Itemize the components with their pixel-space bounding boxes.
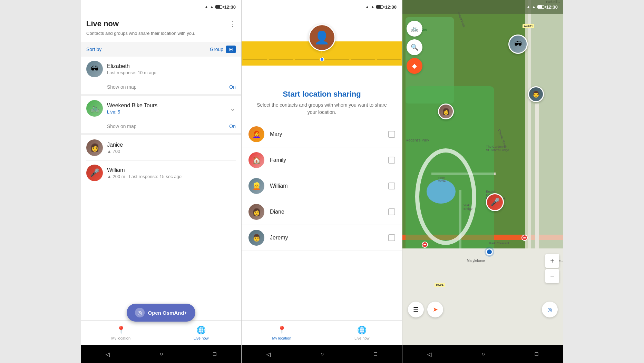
dash-right — [377, 59, 401, 60]
minus-icon: − — [550, 272, 554, 280]
recents-btn[interactable]: □ — [213, 351, 216, 357]
diamond-btn[interactable]: ◆ — [407, 58, 422, 74]
phone3-status-icons: ▲ ▲ — [526, 4, 544, 9]
wifi-icon3: ▲ — [526, 4, 530, 9]
recents-btn2[interactable]: □ — [374, 351, 377, 357]
group-icon-btn[interactable]: ⊞ — [226, 46, 236, 53]
on-label-bike[interactable]: On — [229, 124, 236, 129]
group-label[interactable]: Group — [210, 47, 223, 52]
battery-fill3 — [538, 6, 542, 8]
phone3: ▲ ▲ 12:30 — [402, 0, 563, 363]
osmand-button[interactable]: ◎ Open OsmAnd+ — [127, 304, 196, 322]
my-location-btn[interactable]: ◎ — [542, 302, 558, 317]
menu-icon: ☰ — [413, 306, 419, 313]
phone1: ▲ ▲ 12:30 Live now ⋮ Contacts and groups… — [81, 0, 242, 363]
osmand-icon: ◎ — [135, 308, 145, 317]
more-icon[interactable]: ⋮ — [229, 20, 236, 28]
show-on-map-label-elizabeth: Show on map — [107, 84, 137, 90]
map-avatar-person2: 👩 — [438, 104, 454, 119]
contact-status-william: ▲ 200 m · Last response: 15 sec ago — [107, 174, 236, 179]
compass-direction-btn[interactable]: ➤ — [427, 302, 443, 317]
nav2-item-my-location[interactable]: 📍 My location — [242, 326, 322, 340]
search-icon: 🔍 — [411, 43, 418, 51]
contact-status-janice: ▲ 700 — [107, 149, 236, 154]
contact-list-item-jeremy[interactable]: 👨 Jeremy — [242, 225, 402, 251]
wifi-icon: ▲ — [204, 4, 208, 9]
dash-left2 — [269, 59, 293, 60]
back-btn[interactable]: ◁ — [106, 351, 110, 357]
battery-fill — [216, 6, 220, 8]
map-container[interactable]: London Zoo Broad Walk Regent's Park The … — [402, 0, 563, 345]
phone1-title-row: Live now ⋮ — [86, 19, 236, 28]
phone1-header: Live now ⋮ Contacts and groups who share… — [81, 14, 241, 39]
home-btn3[interactable]: ○ — [481, 351, 485, 357]
contact-list-item-diane[interactable]: 👩 Diane — [242, 199, 402, 225]
phone3-status-bar: ▲ ▲ 12:30 — [402, 0, 563, 14]
map-label-regents: Regent's Park — [406, 138, 429, 142]
group-icon-inner: ⊞ — [229, 47, 233, 52]
map-avatar-person1: 🕶 — [508, 35, 528, 54]
home-btn2[interactable]: ○ — [321, 351, 324, 357]
recents-btn3[interactable]: □ — [535, 351, 538, 357]
avatar-diane: 👩 — [248, 204, 264, 220]
avatar-william: 🎤 — [86, 165, 103, 181]
checkbox-diane[interactable] — [388, 208, 395, 215]
nav-location-label: My location — [111, 336, 130, 340]
nav-item-live-now[interactable]: 🌐 Live now — [161, 326, 242, 340]
map-pin-william[interactable]: 🎤 — [486, 193, 504, 211]
osmand-btn-text: Open OsmAnd+ — [148, 310, 187, 316]
on-label-elizabeth[interactable]: On — [229, 84, 236, 90]
nav-live-icon: 🌐 — [196, 326, 206, 335]
group-name-bike-tours: Weekend Bike Tours — [107, 102, 230, 109]
contact-list-item-family[interactable]: 🏠 Family — [242, 147, 402, 173]
avatar-family: 🏠 — [248, 152, 264, 168]
contact-list-item-william2[interactable]: 👱 William — [242, 173, 402, 199]
contact-item-janice[interactable]: 👩 Janice ▲ 700 — [81, 135, 241, 160]
map-pin-person3[interactable]: 👨 — [528, 86, 544, 102]
search-btn[interactable]: 🔍 — [407, 39, 422, 55]
back-btn2[interactable]: ◁ — [266, 351, 271, 357]
map-controls-left: 🚲 🔍 ◆ — [407, 21, 422, 74]
map-zoom-controls: + − — [545, 254, 559, 283]
contact-list-item-mary[interactable]: 👩‍🦰 Mary — [242, 121, 402, 147]
contact-info-janice: Janice ▲ 700 — [107, 142, 236, 154]
nav2-item-live-now[interactable]: 🌐 Live now — [322, 326, 402, 340]
location-share-subtitle: Select the contacts and groups with whom… — [242, 101, 402, 121]
map-bottom-left: ☰ ➤ — [408, 302, 443, 317]
bike-mode-btn[interactable]: 🚲 — [407, 21, 422, 37]
contact-info-elizabeth: Elizabeth Last response: 10 m ago — [107, 63, 236, 75]
contact-item-elizabeth[interactable]: 🕶 Elizabeth Last response: 10 m ago — [81, 57, 241, 81]
map-water — [427, 179, 456, 204]
map-pin-person1[interactable]: 🕶 — [508, 35, 528, 54]
menu-btn[interactable]: ☰ — [408, 302, 424, 317]
checkbox-mary[interactable] — [388, 131, 395, 138]
dash-left — [243, 59, 267, 60]
phone1-bottom-nav: 📍 My location 🌐 Live now — [81, 320, 241, 345]
zoom-in-btn[interactable]: + — [545, 254, 559, 268]
map-label-marylebone: Marylebone — [467, 259, 485, 263]
bike-icon: 🚲 — [411, 25, 418, 32]
avatar-mary: 👩‍🦰 — [248, 126, 264, 142]
sort-by-label[interactable]: Sort by — [86, 47, 101, 52]
tube-icon-2 — [521, 235, 528, 241]
phone1-status-bar: ▲ ▲ 12:30 — [81, 0, 241, 14]
back-btn3[interactable]: ◁ — [427, 351, 431, 357]
phone2-bottom-nav: 📍 My location 🌐 Live now — [242, 320, 402, 345]
home-btn[interactable]: ○ — [160, 351, 163, 357]
nav-item-my-location[interactable]: 📍 My location — [81, 326, 161, 340]
phones-container: ▲ ▲ 12:30 Live now ⋮ Contacts and groups… — [0, 0, 644, 363]
compass-icon: ➤ — [433, 306, 438, 313]
map-pin-person2[interactable]: 👩 — [438, 104, 454, 119]
checkbox-william[interactable] — [388, 183, 395, 189]
zoom-out-btn[interactable]: − — [545, 269, 559, 283]
road-label-b524: B524 — [435, 283, 445, 287]
map-label-park-crescent: Park Crescent — [489, 242, 509, 245]
dash-right3 — [325, 59, 349, 60]
contact-item-william[interactable]: 🎤 William ▲ 200 m · Last response: 15 se… — [81, 160, 241, 185]
checkbox-family[interactable] — [388, 157, 395, 164]
map-avatar-person3: 👨 — [528, 86, 544, 102]
contact-name-william2: William — [270, 183, 388, 189]
header-avatar-wrap: 👤 — [309, 24, 335, 58]
group-item-bike-tours[interactable]: 🚲 Weekend Bike Tours Live: 5 ⌄ — [81, 96, 241, 121]
checkbox-jeremy[interactable] — [388, 234, 395, 241]
